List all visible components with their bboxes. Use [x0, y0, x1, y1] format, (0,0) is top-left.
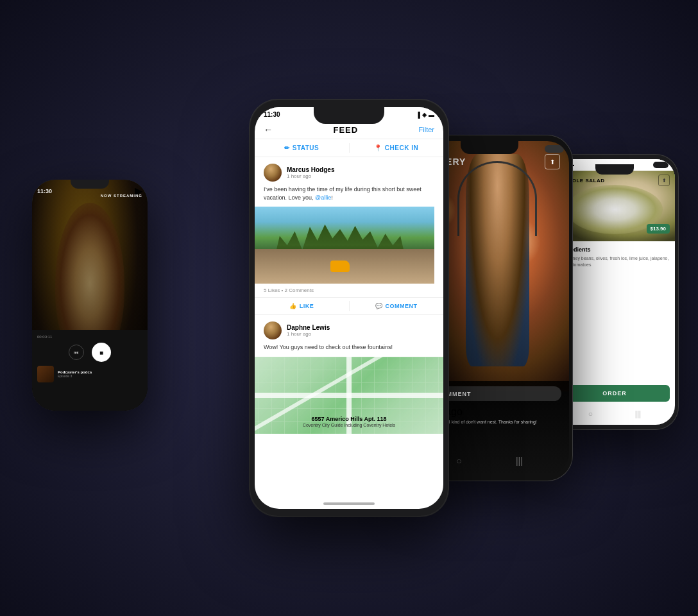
- pencil-icon: ✏: [284, 144, 290, 151]
- post1-text-prefix: I've been having the time of my life dur…: [264, 186, 421, 201]
- post1-meta: Marcus Hodges 1 hour ago: [287, 166, 334, 179]
- phone-left: 11:30 ▶ NOW STREAMING 00:03:11 ⏮ ■ Podca…: [32, 180, 148, 411]
- podcast-episode: Episode 3: [58, 374, 142, 378]
- feed-post-2: Daphne Lewis 1 hour ago Wow! You guys ne…: [255, 315, 443, 352]
- feed-time: 11:30: [264, 111, 280, 118]
- map-preview: 6557 Americo Hills Apt. 118 Coventry Cit…: [255, 357, 443, 434]
- signal-icon: ▐: [416, 112, 420, 118]
- avatar-image: [264, 164, 282, 182]
- post2-meta: Daphne Lewis 1 hour ago: [287, 324, 330, 337]
- recipe-notch: [595, 164, 634, 175]
- post2-avatar: [264, 321, 282, 339]
- wifi-icon: ◈: [422, 112, 427, 118]
- gallery-camera-icon: [545, 145, 564, 153]
- map-street: 6557 Americo Hills Apt. 118: [255, 416, 443, 422]
- podcast-controls: ⏮ ■: [37, 343, 142, 362]
- phone-center: 11:30 ▐ ◈ ▬ ← FEED Filter ✏ STATUS: [250, 99, 448, 517]
- pin-icon: 📍: [374, 144, 382, 151]
- recipe-photo-header: CAMOLE SALAD ⬆: [559, 175, 670, 186]
- like-icon: 👍: [289, 303, 297, 309]
- gallery-home-nav[interactable]: ○: [456, 456, 461, 466]
- post1-image: [255, 207, 434, 284]
- podcast-thumbnail: [37, 366, 54, 382]
- post1-time: 1 hour ago: [287, 173, 334, 179]
- scooter-decoration: [324, 253, 356, 272]
- recipe-ingredients-text: on, kidney beans, olives, fresh los, lim…: [559, 255, 670, 268]
- center-notch: [314, 107, 384, 124]
- podcast-controls-area: 00:03:11 ⏮ ■ Podcaster's podca Episode 3: [32, 330, 148, 411]
- feed-post-1: Marcus Hodges 1 hour ago I've been havin…: [255, 157, 443, 201]
- recipe-ingredients-title: Ingredients: [559, 246, 670, 253]
- stop-button[interactable]: ■: [92, 343, 111, 362]
- tab-status[interactable]: ✏ STATUS: [255, 139, 349, 157]
- gallery-menu-nav[interactable]: |||: [516, 456, 523, 466]
- podcast-screen: 11:30 ▶ NOW STREAMING 00:03:11 ⏮ ■ Podca…: [32, 180, 148, 411]
- podcast-info: Podcaster's podca Episode 3: [37, 366, 142, 382]
- post1-stats: 5 Likes • 2 Comments: [255, 284, 443, 298]
- post2-text: Wow! You guys need to check out these fo…: [264, 343, 434, 352]
- post1-text: I've been having the time of my life dur…: [264, 185, 434, 201]
- recipe-price: $13.90: [647, 224, 670, 234]
- feed-status-icons: ▐ ◈ ▬: [416, 112, 434, 118]
- podcast-text: Podcaster's podca Episode 3: [58, 370, 142, 378]
- recipe-camera: [653, 162, 668, 168]
- battery-icon: ▬: [429, 112, 434, 118]
- filter-button[interactable]: Filter: [419, 126, 434, 133]
- like-button[interactable]: 👍 LIKE: [255, 298, 349, 314]
- feed-title: FEED: [333, 125, 358, 135]
- post2-header: Daphne Lewis 1 hour ago: [264, 321, 434, 339]
- gallery-notch: [461, 141, 518, 154]
- phones-container: 11:30 ▶ NOW STREAMING 00:03:11 ⏮ ■ Podca…: [0, 0, 698, 616]
- post1-mention[interactable]: @allie: [315, 194, 331, 201]
- center-home-bar: [323, 502, 375, 505]
- headphones-decoration: [457, 161, 537, 236]
- comment-button[interactable]: 💬 COMMENT: [350, 298, 444, 314]
- post1-header: Marcus Hodges 1 hour ago: [264, 164, 434, 182]
- podcast-now-streaming: NOW STREAMING: [101, 194, 142, 198]
- map-city: Coventry City Guide Including Coventry H…: [255, 423, 443, 427]
- feed-tab-bar: ✏ STATUS 📍 CHECK IN: [255, 139, 443, 157]
- podcast-progress: 00:03:11: [37, 335, 142, 339]
- rewind-button[interactable]: ⏮: [69, 345, 84, 360]
- recipe-menu-nav[interactable]: |||: [635, 409, 641, 418]
- gallery-share-button[interactable]: ⬆: [545, 154, 560, 169]
- map-address: 6557 Americo Hills Apt. 118 Coventry Cit…: [255, 416, 443, 427]
- post1-author: Marcus Hodges: [287, 166, 334, 173]
- avatar2-image: [264, 321, 282, 339]
- tab-checkin[interactable]: 📍 CHECK IN: [350, 139, 444, 157]
- post2-author: Daphne Lewis: [287, 324, 330, 331]
- recipe-share-button[interactable]: ⬆: [658, 175, 670, 186]
- post1-actions: 👍 LIKE 💬 COMMENT: [255, 298, 443, 315]
- comment-icon: 💬: [375, 303, 383, 309]
- podcast-time: 11:30: [37, 188, 52, 194]
- back-button[interactable]: ←: [264, 124, 273, 135]
- post1-avatar: [264, 164, 282, 182]
- recipe-home-nav[interactable]: ○: [588, 409, 593, 418]
- podcast-timer: 00:03:11: [37, 335, 52, 339]
- post1-text-suffix: !: [331, 194, 333, 201]
- order-button[interactable]: ORDER: [559, 385, 670, 402]
- post2-time: 1 hour ago: [287, 331, 330, 337]
- feed-screen: 11:30 ▐ ◈ ▬ ← FEED Filter ✏ STATUS: [255, 107, 443, 509]
- podcast-notch: [71, 180, 109, 189]
